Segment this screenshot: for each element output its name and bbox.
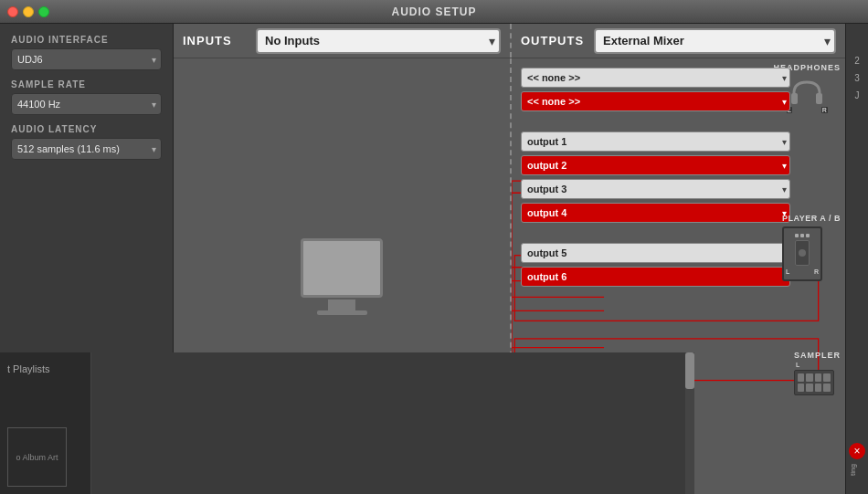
- audio-latency-label: AUDIO LATENCY: [11, 124, 162, 134]
- outputs-label: OUTPUTS: [521, 34, 585, 47]
- output-select-4[interactable]: output 2: [521, 155, 790, 175]
- album-art-text: o Album Art: [16, 453, 58, 462]
- output-select-wrapper-7: output 5 ▾: [521, 243, 790, 263]
- output-row-5: output 3 ▾: [521, 179, 790, 199]
- headphones-r-badge: R: [821, 107, 828, 113]
- output-select-wrapper-2: << none >> ▾: [521, 91, 790, 111]
- top-bar: INPUTS No Inputs ▾ OUTPUTS External Mixe…: [174, 24, 845, 58]
- right-panel-number-4: J: [855, 90, 860, 100]
- maximize-traffic-light[interactable]: [38, 6, 49, 17]
- sample-rate-label: SAMPLE RATE: [11, 79, 162, 89]
- computer-monitor-icon: [301, 238, 383, 315]
- sampler-pad-5: [798, 384, 805, 392]
- player-ab-label: PLAYER A / B: [782, 214, 841, 223]
- window-title: AUDIO SETUP: [391, 5, 476, 18]
- output-select-wrapper-1: << none >> ▾: [521, 68, 790, 88]
- inputs-select-wrapper: No Inputs ▾: [256, 28, 501, 54]
- output-select-8[interactable]: output 6: [521, 267, 790, 287]
- right-panel: 2 3 J × ting: [845, 24, 868, 494]
- audio-latency-select-wrapper: 512 samples (11.6 ms) ▾: [11, 138, 162, 160]
- sampler-pad-1: [798, 373, 805, 382]
- sampler-label: SAMPLER: [794, 351, 841, 360]
- output-select-wrapper-8: output 6 ▾: [521, 267, 790, 287]
- output-row-6: output 4 ▾: [521, 203, 790, 223]
- output-select-wrapper-4: output 2 ▾: [521, 155, 790, 175]
- output-select-5[interactable]: output 3: [521, 179, 790, 199]
- output-select-1[interactable]: << none >>: [521, 68, 790, 88]
- output-select-wrapper-6: output 4 ▾: [521, 203, 790, 223]
- sampler-section: SAMPLER L: [794, 351, 841, 394]
- sampler-pad-3: [815, 373, 822, 382]
- sampler-pad-6: [806, 384, 813, 392]
- monitor-stand: [328, 300, 355, 310]
- audio-interface-select-wrapper: UDJ6 ▾: [11, 48, 162, 70]
- right-panel-number-2: 2: [854, 56, 860, 66]
- album-art-area: o Album Art: [7, 427, 67, 487]
- bottom-sidebar-text: t Playlists: [7, 363, 49, 374]
- traffic-lights: [7, 6, 49, 17]
- bottom-area: t Playlists o Album Art: [0, 352, 694, 494]
- bottom-sidebar: t Playlists o Album Art: [0, 352, 91, 494]
- output-row-7: output 5 ▾: [521, 243, 790, 263]
- output-select-2[interactable]: << none >>: [521, 91, 790, 111]
- player-ab-r-badge: R: [814, 268, 819, 275]
- output-select-3[interactable]: output 1: [521, 131, 790, 152]
- outputs-select[interactable]: External Mixer: [594, 28, 836, 54]
- output-row-8: output 6 ▾: [521, 267, 790, 287]
- bottom-main: [91, 352, 694, 494]
- output-select-wrapper-3: output 1 ▾: [521, 131, 790, 152]
- output-dropdowns: << none >> ▾ << none >> ▾: [521, 68, 790, 290]
- close-button[interactable]: ×: [849, 443, 865, 459]
- scrollbar-thumb[interactable]: [685, 352, 694, 389]
- title-bar: AUDIO SETUP: [0, 0, 868, 24]
- scrollbar-track: [685, 352, 694, 494]
- output-row-1: << none >> ▾: [521, 68, 790, 88]
- minimize-traffic-light[interactable]: [23, 6, 34, 17]
- right-panel-number-3: 3: [854, 73, 860, 83]
- audio-interface-label: AUDIO INTERFACE: [11, 35, 162, 45]
- sampler-pad-7: [815, 384, 822, 392]
- sampler-pad-4: [823, 373, 831, 382]
- output-row-2: << none >> ▾: [521, 91, 790, 111]
- monitor-screen: [301, 238, 383, 298]
- audio-latency-select[interactable]: 512 samples (11.6 ms): [11, 138, 162, 160]
- output-select-7[interactable]: output 5: [521, 243, 790, 263]
- player-ab-section: PLAYER A / B L R: [782, 214, 841, 281]
- output-select-6[interactable]: output 4: [521, 203, 790, 223]
- output-row-3: output 1 ▾: [521, 131, 790, 152]
- close-traffic-light[interactable]: [7, 6, 18, 17]
- inputs-label: INPUTS: [183, 34, 247, 47]
- svg-rect-11: [791, 93, 798, 104]
- sample-rate-select[interactable]: 44100 Hz: [11, 93, 162, 115]
- player-ab-l-badge: L: [786, 268, 789, 275]
- sample-rate-select-wrapper: 44100 Hz ▾: [11, 93, 162, 115]
- inputs-section: INPUTS No Inputs ▾: [174, 24, 512, 58]
- headphones-icon: L R: [787, 72, 828, 113]
- right-panel-text: ting: [849, 464, 857, 476]
- sampler-pad-2: [806, 373, 813, 382]
- sampler-l-badge: L: [796, 362, 799, 368]
- audio-interface-select[interactable]: UDJ6: [11, 48, 162, 70]
- monitor-base: [317, 310, 367, 315]
- outputs-select-wrapper: External Mixer ▾: [594, 28, 836, 54]
- inputs-select[interactable]: No Inputs: [256, 28, 501, 54]
- outputs-section: OUTPUTS External Mixer ▾: [512, 24, 845, 58]
- output-row-4: output 2 ▾: [521, 155, 790, 175]
- svg-rect-12: [816, 93, 822, 104]
- output-select-wrapper-5: output 3 ▾: [521, 179, 790, 199]
- sampler-pad-8: [823, 384, 831, 392]
